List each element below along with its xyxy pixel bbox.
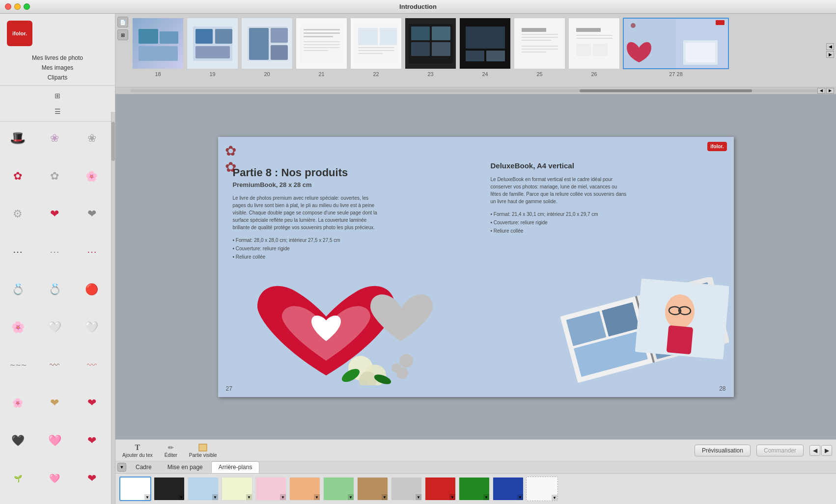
minimize-button[interactable] <box>14 3 21 10</box>
sidebar-view-btn[interactable]: ⊞ <box>51 89 64 103</box>
tab-mise-en-page[interactable]: Mise en page <box>160 461 210 473</box>
swatch-dropdown[interactable]: ▼ <box>449 494 455 500</box>
thumb-19[interactable]: 19 <box>187 18 238 77</box>
thumb-26[interactable]: 26 <box>568 18 620 77</box>
strip-prev-btn[interactable]: ◀ <box>826 43 834 50</box>
swatch-dropdown[interactable]: ▼ <box>348 494 354 500</box>
clipart-item[interactable]: 〰 <box>40 352 69 379</box>
swatch-dropdown[interactable]: ▼ <box>246 494 252 500</box>
clipart-item[interactable]: ~ ~ ~ <box>3 352 32 379</box>
scroll-left-btn[interactable]: ◀ <box>817 88 825 94</box>
clipart-item[interactable]: 🤍 <box>77 314 107 341</box>
clipart-item[interactable]: ❀ <box>40 125 69 152</box>
thumb-box-27-28[interactable] <box>623 18 729 69</box>
clipart-item[interactable]: 💍 <box>40 276 69 303</box>
tab-dropdown[interactable]: ▼ <box>117 463 126 472</box>
swatch-black[interactable]: ▼ <box>153 477 185 501</box>
clipart-item[interactable]: ⋯ <box>3 238 32 265</box>
swatch-red[interactable]: ▼ <box>424 477 456 501</box>
layout-icon[interactable]: ⊞ <box>117 29 128 40</box>
clipart-item[interactable]: ⋯ <box>40 238 69 265</box>
swatch-gray[interactable]: ▼ <box>390 477 422 501</box>
swatch-dropdown[interactable]: ▼ <box>416 494 421 500</box>
clipart-item[interactable]: ❤ <box>40 390 69 417</box>
swatch-blue[interactable]: ▼ <box>492 477 524 501</box>
strip-next-btn[interactable]: ▶ <box>826 51 834 58</box>
clipart-item[interactable]: 🔴 <box>77 276 107 303</box>
thumb-box-19[interactable] <box>187 18 238 69</box>
swatch-dropdown[interactable]: ▼ <box>382 494 388 500</box>
swatch-dropdown[interactable]: ▼ <box>212 494 218 500</box>
next-page-btn[interactable]: ▶ <box>821 445 832 456</box>
thumb-box-22[interactable] <box>350 18 402 69</box>
close-button[interactable] <box>5 3 11 10</box>
edit-tool[interactable]: ✏ Éditer <box>162 442 180 459</box>
thumb-24[interactable]: 24 <box>459 18 511 77</box>
clipart-item[interactable]: 🌸 <box>3 390 32 417</box>
thumb-21[interactable]: 21 <box>296 18 347 77</box>
scroll-right-btn[interactable]: ▶ <box>826 88 834 94</box>
clipart-item[interactable]: 🌸 <box>3 314 32 341</box>
swatch-lightblue[interactable]: ▼ <box>187 477 219 501</box>
thumb-box-21[interactable] <box>296 18 347 69</box>
clipart-item[interactable]: ✿ <box>3 162 32 189</box>
clipart-item[interactable]: 🩷 <box>40 465 69 492</box>
add-text-tool[interactable]: T Ajouter du tex <box>119 442 156 459</box>
swatch-dropdown[interactable]: ▼ <box>314 494 320 500</box>
swatch-dropdown[interactable]: ▼ <box>483 494 489 500</box>
maximize-button[interactable] <box>24 3 30 10</box>
swatch-white[interactable]: ▼ <box>119 477 151 501</box>
clipart-item[interactable]: ⚙ <box>3 200 32 227</box>
sidebar-item-images[interactable]: Mes images <box>0 63 115 73</box>
thumb-25[interactable]: 25 <box>514 18 565 77</box>
pages-icon[interactable]: 📄 <box>117 17 128 27</box>
swatch-tan[interactable]: ▼ <box>357 477 389 501</box>
thumb-box-26[interactable] <box>568 18 620 69</box>
clipart-item[interactable]: ✿ <box>40 162 69 189</box>
swatch-custom[interactable]: ▼ <box>526 477 558 501</box>
swatch-dropdown[interactable]: ▼ <box>178 494 184 500</box>
sidebar-item-cliparts[interactable]: Cliparts <box>0 73 115 82</box>
clipart-item[interactable]: 〰 <box>77 352 107 379</box>
clipart-item[interactable]: 🎩 <box>3 125 32 152</box>
strip-scrollbar[interactable]: ◀ ▶ <box>115 87 836 94</box>
prev-page-btn[interactable]: ◀ <box>809 445 820 456</box>
thumb-box-25[interactable] <box>514 18 565 69</box>
visible-part-tool[interactable]: Partie visible <box>186 442 220 459</box>
swatch-dropdown[interactable]: ▼ <box>280 494 286 500</box>
swatch-orange[interactable]: ▼ <box>289 477 321 501</box>
clipart-item[interactable]: ❤ <box>77 390 107 417</box>
clipart-item[interactable]: ❤ <box>40 200 69 227</box>
thumb-box-18[interactable] <box>132 18 184 69</box>
thumb-box-23[interactable] <box>405 18 456 69</box>
clipart-item[interactable]: ⋯ <box>77 238 107 265</box>
clipart-item[interactable]: 🌱 <box>3 465 32 492</box>
clipart-item[interactable]: 💍 <box>3 276 32 303</box>
preview-button[interactable]: Prévisualisation <box>695 445 751 456</box>
tab-cadre[interactable]: Cadre <box>128 461 159 473</box>
scrollbar-thumb[interactable] <box>580 89 752 92</box>
swatch-darkgreen[interactable]: ▼ <box>458 477 490 501</box>
clipart-item[interactable]: 🌸 <box>77 162 107 189</box>
swatch-lightyellow[interactable]: ▼ <box>221 477 253 501</box>
tab-arriere-plans[interactable]: Arrière-plans <box>211 461 260 473</box>
swatch-dropdown[interactable]: ▼ <box>517 494 523 500</box>
clipart-item[interactable]: ❤ <box>77 427 107 454</box>
clipart-item[interactable]: 🤍 <box>40 314 69 341</box>
thumb-box-24[interactable] <box>459 18 511 69</box>
thumb-23[interactable]: 23 <box>405 18 456 77</box>
clipart-item[interactable]: 🖤 <box>3 427 32 454</box>
window-controls[interactable] <box>5 3 30 10</box>
swatch-pink[interactable]: ▼ <box>255 477 287 501</box>
thumb-27-28[interactable]: 27 28 <box>623 18 729 77</box>
order-button[interactable]: Commander <box>756 445 804 456</box>
swatch-dropdown[interactable]: ▼ <box>552 495 557 501</box>
swatch-green[interactable]: ▼ <box>323 477 355 501</box>
clipart-item[interactable]: ❀ <box>77 125 107 152</box>
thumb-22[interactable]: 22 <box>350 18 402 77</box>
swatch-dropdown[interactable]: ▼ <box>144 494 150 500</box>
clipart-item[interactable]: ❤ <box>77 200 107 227</box>
clipart-item[interactable]: 🩷 <box>40 427 69 454</box>
thumb-box-20[interactable] <box>241 18 293 69</box>
sidebar-list-btn[interactable]: ☰ <box>51 105 64 118</box>
